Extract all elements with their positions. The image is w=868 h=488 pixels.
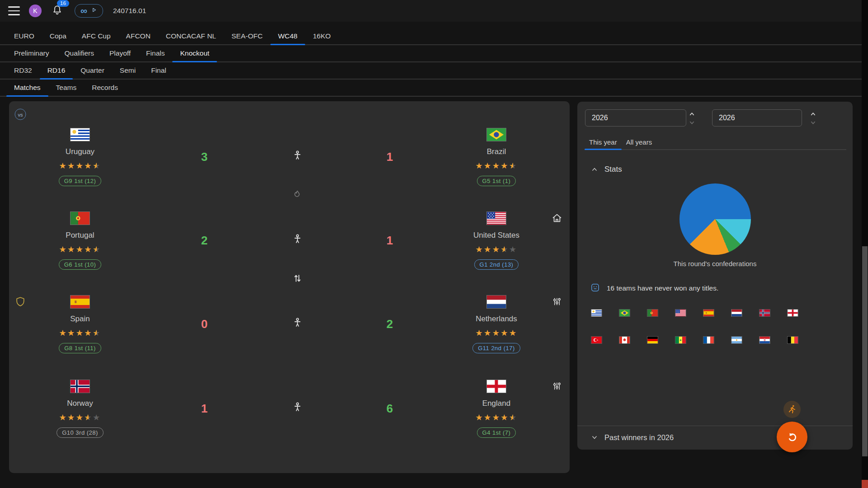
flag-icon-be[interactable]: [787, 336, 798, 344]
chevron-down-icon[interactable]: [810, 119, 816, 128]
flag-icon-fr[interactable]: [703, 336, 714, 344]
team-uruguay[interactable]: Uruguay★★★★★★★★★★G9 1st (12): [30, 128, 130, 186]
team-brazil[interactable]: Brazil★★★★★★★★★★G5 1st (1): [447, 128, 546, 186]
tab-afc-cup[interactable]: AFC Cup: [74, 28, 118, 44]
avatar[interactable]: K: [29, 5, 42, 17]
year-from-input[interactable]: [585, 109, 686, 127]
tab-final[interactable]: Final: [143, 62, 174, 79]
tournament-tabs: EUROCopaAFC CupAFCONCONCACAF NLSEA-OFCWC…: [0, 22, 868, 45]
expand-icon: [591, 434, 598, 441]
flag-icon-us[interactable]: [675, 309, 686, 317]
flag-icon-tr[interactable]: [591, 336, 602, 344]
tab-semi[interactable]: Semi: [112, 62, 143, 79]
team-name: Uruguay: [66, 147, 94, 156]
team-norway[interactable]: Norway★★★★★★★★★★G10 3rd (28): [30, 380, 130, 438]
flag-icon-no: [70, 380, 90, 393]
past-winners-section-header[interactable]: Past winners in 2026: [577, 426, 853, 449]
menu-icon[interactable]: [8, 6, 20, 15]
flag-icon-no[interactable]: [759, 309, 770, 317]
scrollbar[interactable]: [862, 0, 868, 488]
tab-qualifiers[interactable]: Qualifiers: [57, 45, 102, 61]
tab-all-years[interactable]: All years: [622, 135, 657, 149]
stage-tabs: PreliminaryQualifiersPlayoffFinalsKnocko…: [0, 45, 868, 62]
tab-knockout[interactable]: Knockout: [172, 45, 217, 61]
topbar: K 16 ∞ 240716.01: [0, 0, 868, 22]
flag-icon-nl[interactable]: [731, 309, 742, 317]
stats-panel: This yearAll years Stats This round's co…: [577, 102, 853, 450]
tab-this-year[interactable]: This year: [585, 135, 622, 149]
tab-euro[interactable]: EURO: [6, 28, 42, 44]
year-to-input[interactable]: [712, 109, 802, 127]
team-united-states[interactable]: United States★★★★★★★★★★G1 2nd (13): [447, 211, 546, 270]
team-spain[interactable]: Spain★★★★★★★★★★G8 1st (11): [30, 295, 130, 353]
notification-badge: 16: [57, 0, 69, 7]
runner-button[interactable]: [783, 401, 801, 418]
home-score: 3: [201, 150, 208, 164]
person-icon: [292, 402, 303, 415]
flag-icon-hr[interactable]: [759, 336, 770, 344]
flag-icon-uy: [70, 128, 90, 141]
scrollbar-thumb[interactable]: [862, 246, 868, 456]
tab-wc48[interactable]: WC48: [270, 28, 305, 44]
flag-icon-de[interactable]: [647, 336, 658, 344]
simulation-control[interactable]: ∞: [75, 4, 103, 18]
tab-16ko[interactable]: 16KO: [305, 28, 339, 44]
tab-afcon[interactable]: AFCON: [118, 28, 158, 44]
chevron-up-icon[interactable]: [689, 111, 695, 119]
stats-title: Stats: [604, 165, 622, 174]
person-icon: [292, 317, 303, 331]
team-name: Norway: [67, 399, 93, 408]
flag-icon-pt[interactable]: [647, 309, 658, 317]
view-tabs: MatchesTeamsRecords: [0, 80, 868, 97]
flag-icon-pt: [70, 211, 90, 225]
tab-finals[interactable]: Finals: [138, 45, 172, 61]
chevron-up-icon[interactable]: [810, 111, 816, 119]
tab-sea-ofc[interactable]: SEA-OFC: [224, 28, 270, 44]
tab-copa[interactable]: Copa: [42, 28, 74, 44]
tab-preliminary[interactable]: Preliminary: [6, 45, 57, 61]
flag-icon-br[interactable]: [619, 309, 630, 317]
home-score: 2: [201, 234, 208, 248]
tab-records[interactable]: Records: [84, 80, 126, 96]
rerun-fab[interactable]: [777, 422, 807, 452]
swap-vertical-icon[interactable]: [292, 272, 304, 286]
tab-rd16[interactable]: RD16: [40, 62, 73, 79]
year-to-stepper[interactable]: [810, 109, 816, 127]
tab-rd32[interactable]: RD32: [6, 62, 40, 79]
matches-panel: vs Uruguay★★★★★★★★★★G9 1st (12)31Brazil★…: [9, 101, 570, 473]
never-won-flags-row1: [591, 309, 798, 317]
flag-icon-sn[interactable]: [675, 336, 686, 344]
star-rating: ★★★★★★★★★★: [59, 245, 101, 254]
tab-concacaf-nl[interactable]: CONCACAF NL: [158, 28, 224, 44]
never-won-text: 16 teams have never won any titles.: [607, 284, 718, 292]
chevron-down-icon[interactable]: [689, 119, 695, 128]
tab-matches[interactable]: Matches: [6, 80, 48, 96]
year-from-stepper[interactable]: [689, 109, 695, 127]
flag-icon-es[interactable]: [703, 309, 714, 317]
tune-icon[interactable]: [552, 296, 563, 310]
tab-playoff[interactable]: Playoff: [102, 45, 138, 61]
flag-icon-en[interactable]: [787, 309, 798, 317]
match-row: Portugal★★★★★★★★★★G6 1st (10)21United St…: [9, 211, 570, 289]
tune-icon[interactable]: [552, 381, 563, 394]
team-portugal[interactable]: Portugal★★★★★★★★★★G6 1st (10): [30, 211, 130, 270]
team-england[interactable]: England★★★★★★★★★★G4 1st (7): [447, 380, 546, 438]
face-icon: [590, 282, 600, 295]
home-venue-icon[interactable]: [551, 212, 563, 226]
team-name: Portugal: [66, 231, 94, 240]
never-won-info: 16 teams have never won any titles.: [590, 282, 718, 294]
stats-section-header[interactable]: Stats: [577, 163, 622, 176]
group-badge: G10 3rd (28): [57, 427, 104, 438]
team-netherlands[interactable]: Netherlands★★★★★★★★★★G11 2nd (17): [447, 295, 546, 353]
flag-icon-uy[interactable]: [591, 309, 602, 317]
notifications-button[interactable]: 16: [52, 5, 63, 18]
tab-teams[interactable]: Teams: [48, 80, 85, 96]
tab-quarter[interactable]: Quarter: [73, 62, 112, 79]
flag-icon-ca[interactable]: [619, 336, 630, 344]
flag-icon-br: [486, 128, 506, 141]
star-rating: ★★★★★★★★★★: [475, 245, 517, 254]
star-rating: ★★★★★★★★★★: [475, 413, 517, 422]
person-icon: [292, 234, 303, 247]
flag-icon-ar[interactable]: [731, 336, 742, 344]
fire-icon[interactable]: [292, 189, 303, 202]
